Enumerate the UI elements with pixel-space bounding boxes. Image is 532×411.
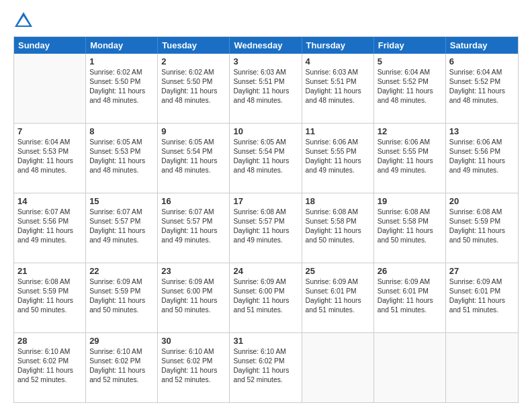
cell-info-line: Daylight: 11 hours	[233, 87, 298, 96]
cell-info-line: Sunset: 5:51 PM	[233, 77, 298, 87]
calendar-cell: 17Sunrise: 6:08 AMSunset: 5:57 PMDayligh…	[230, 193, 302, 263]
cell-info-line: Sunrise: 6:10 AM	[17, 347, 82, 357]
cell-info-line: Daylight: 11 hours	[161, 156, 226, 166]
cell-info-line: Sunset: 5:50 PM	[89, 77, 154, 87]
cell-info-line: and 49 minutes.	[378, 166, 442, 175]
cell-info-line: Sunrise: 6:09 AM	[306, 277, 370, 287]
cell-info-line: Daylight: 11 hours	[161, 87, 226, 96]
header-day-wednesday: Wednesday	[230, 37, 302, 54]
cell-info-line: Daylight: 11 hours	[17, 226, 82, 236]
cell-info-line: Sunset: 5:51 PM	[306, 77, 370, 87]
cell-info-line: Sunrise: 6:03 AM	[306, 68, 370, 77]
calendar-cell: 20Sunrise: 6:08 AMSunset: 5:59 PMDayligh…	[446, 193, 518, 263]
day-number: 25	[306, 266, 370, 276]
day-number: 3	[233, 56, 298, 66]
cell-info-line: Sunrise: 6:08 AM	[306, 208, 370, 217]
cell-info-line: Daylight: 11 hours	[449, 226, 515, 236]
day-number: 13	[449, 126, 515, 136]
calendar-cell: 23Sunrise: 6:09 AMSunset: 6:00 PMDayligh…	[158, 263, 230, 332]
cell-info-line: Sunset: 5:55 PM	[306, 147, 370, 156]
cell-info-line: and 49 minutes.	[161, 236, 226, 245]
day-number: 17	[233, 196, 298, 206]
cell-info-line: and 48 minutes.	[378, 96, 442, 105]
page: SundayMondayTuesdayWednesdayThursdayFrid…	[0, 0, 532, 411]
cell-info-line: Sunset: 5:53 PM	[17, 147, 82, 156]
day-number: 23	[161, 266, 226, 276]
cell-info-line: and 48 minutes.	[449, 96, 515, 105]
header-day-tuesday: Tuesday	[158, 37, 230, 54]
day-number: 20	[449, 196, 515, 206]
calendar-cell: 27Sunrise: 6:09 AMSunset: 6:01 PMDayligh…	[446, 263, 518, 332]
cell-info-line: Sunset: 5:52 PM	[449, 77, 515, 87]
cell-info-line: Sunset: 5:57 PM	[233, 217, 298, 226]
calendar-week-2: 7Sunrise: 6:04 AMSunset: 5:53 PMDaylight…	[14, 124, 518, 193]
cell-info-line: Sunrise: 6:04 AM	[449, 68, 515, 77]
day-number: 28	[17, 336, 82, 346]
cell-info-line: Sunrise: 6:06 AM	[306, 138, 370, 147]
cell-info-line: and 48 minutes.	[17, 166, 82, 175]
calendar-cell: 7Sunrise: 6:04 AMSunset: 5:53 PMDaylight…	[14, 124, 86, 193]
calendar-cell: 30Sunrise: 6:10 AMSunset: 6:02 PMDayligh…	[158, 333, 230, 402]
calendar-cell: 3Sunrise: 6:03 AMSunset: 5:51 PMDaylight…	[230, 54, 302, 123]
calendar-cell: 19Sunrise: 6:08 AMSunset: 5:58 PMDayligh…	[374, 193, 446, 263]
cell-info-line: Daylight: 11 hours	[306, 87, 370, 96]
cell-info-line: Sunset: 6:02 PM	[17, 357, 82, 366]
calendar-cell: 14Sunrise: 6:07 AMSunset: 5:56 PMDayligh…	[14, 193, 86, 263]
cell-info-line: Daylight: 11 hours	[89, 87, 154, 96]
cell-info-line: and 51 minutes.	[306, 306, 370, 315]
day-number: 24	[233, 266, 298, 276]
calendar-cell: 4Sunrise: 6:03 AMSunset: 5:51 PMDaylight…	[302, 54, 374, 123]
cell-info-line: Sunset: 5:57 PM	[161, 217, 226, 226]
cell-info-line: and 52 minutes.	[233, 375, 298, 385]
cell-info-line: and 48 minutes.	[306, 96, 370, 105]
cell-info-line: Sunrise: 6:09 AM	[378, 277, 442, 287]
calendar-cell: 28Sunrise: 6:10 AMSunset: 6:02 PMDayligh…	[14, 333, 86, 402]
cell-info-line: Sunset: 6:01 PM	[449, 287, 515, 296]
cell-info-line: Daylight: 11 hours	[89, 156, 154, 166]
calendar-week-1: 1Sunrise: 6:02 AMSunset: 5:50 PMDaylight…	[14, 54, 518, 124]
cell-info-line: Sunset: 6:00 PM	[161, 287, 226, 296]
calendar-cell: 8Sunrise: 6:05 AMSunset: 5:53 PMDaylight…	[86, 124, 158, 193]
day-number: 5	[378, 56, 442, 66]
cell-info-line: Sunrise: 6:09 AM	[449, 277, 515, 287]
cell-info-line: Daylight: 11 hours	[378, 87, 442, 96]
day-number: 29	[89, 336, 154, 346]
calendar-cell: 18Sunrise: 6:08 AMSunset: 5:58 PMDayligh…	[302, 193, 374, 263]
calendar-cell: 21Sunrise: 6:08 AMSunset: 5:59 PMDayligh…	[14, 263, 86, 332]
calendar-cell: 25Sunrise: 6:09 AMSunset: 6:01 PMDayligh…	[302, 263, 374, 332]
day-number: 19	[378, 196, 442, 206]
cell-info-line: and 52 minutes.	[89, 375, 154, 385]
header-day-friday: Friday	[374, 37, 446, 54]
day-number: 6	[449, 56, 515, 66]
cell-info-line: and 51 minutes.	[233, 306, 298, 315]
cell-info-line: Sunrise: 6:02 AM	[161, 68, 226, 77]
cell-info-line: Sunset: 5:53 PM	[89, 147, 154, 156]
calendar-cell: 24Sunrise: 6:09 AMSunset: 6:00 PMDayligh…	[230, 263, 302, 332]
day-number: 11	[306, 126, 370, 136]
cell-info-line: Daylight: 11 hours	[378, 296, 442, 306]
cell-info-line: Sunrise: 6:07 AM	[161, 208, 226, 217]
day-number: 22	[89, 266, 154, 276]
cell-info-line: and 49 minutes.	[449, 166, 515, 175]
cell-info-line: Sunrise: 6:07 AM	[89, 208, 154, 217]
day-number: 1	[89, 56, 154, 66]
cell-info-line: Sunrise: 6:08 AM	[449, 208, 515, 217]
cell-info-line: Daylight: 11 hours	[233, 226, 298, 236]
calendar-cell: 9Sunrise: 6:05 AMSunset: 5:54 PMDaylight…	[158, 124, 230, 193]
cell-info-line: and 48 minutes.	[161, 96, 226, 105]
calendar-cell	[374, 333, 446, 402]
calendar-cell: 16Sunrise: 6:07 AMSunset: 5:57 PMDayligh…	[158, 193, 230, 263]
cell-info-line: and 52 minutes.	[17, 375, 82, 385]
cell-info-line: Daylight: 11 hours	[161, 226, 226, 236]
cell-info-line: Sunrise: 6:10 AM	[89, 347, 154, 357]
cell-info-line: Sunset: 6:02 PM	[161, 357, 226, 366]
cell-info-line: and 48 minutes.	[233, 96, 298, 105]
cell-info-line: Daylight: 11 hours	[17, 366, 82, 375]
cell-info-line: Sunrise: 6:10 AM	[233, 347, 298, 357]
cell-info-line: Daylight: 11 hours	[306, 296, 370, 306]
cell-info-line: and 48 minutes.	[161, 166, 226, 175]
day-number: 15	[89, 196, 154, 206]
calendar-header: SundayMondayTuesdayWednesdayThursdayFrid…	[14, 37, 518, 54]
cell-info-line: and 51 minutes.	[449, 306, 515, 315]
cell-info-line: Daylight: 11 hours	[233, 366, 298, 375]
